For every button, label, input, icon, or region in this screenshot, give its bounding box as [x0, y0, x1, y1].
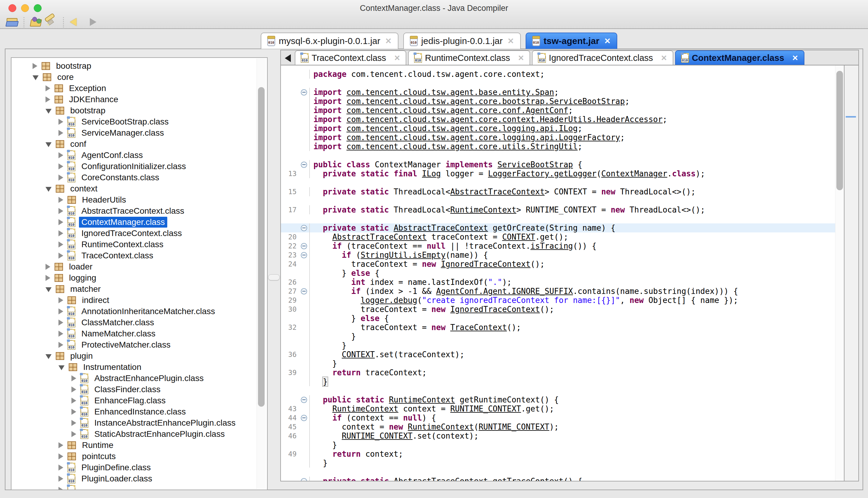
tree-item-logging[interactable]: logging [12, 272, 256, 283]
close-tab-icon[interactable]: ✕ [661, 54, 667, 62]
tree-item-ServiceManager.class[interactable]: 010ServiceManager.class [12, 127, 256, 139]
collapse-arrow-icon[interactable] [58, 208, 63, 214]
tree-item-bootstrap[interactable]: bootstrap [12, 105, 256, 116]
collapse-arrow-icon[interactable] [58, 174, 63, 181]
collapse-arrow-icon[interactable] [71, 420, 76, 426]
collapse-arrow-icon[interactable] [58, 319, 63, 326]
collapse-arrow-icon[interactable] [58, 309, 63, 314]
code-link[interactable]: LoggerFactory.getLogger [488, 169, 597, 178]
code-link[interactable]: RuntimeContext [389, 395, 455, 404]
code-link[interactable]: ContextManager [601, 169, 667, 178]
code-link[interactable]: AgentConf.Agent.IGNORE_SUFFIX [436, 287, 573, 296]
collapse-arrow-icon[interactable] [71, 398, 76, 404]
expand-arrow-icon[interactable] [32, 75, 39, 80]
code-link[interactable]: IgnoredTraceContext [441, 260, 531, 268]
close-tab-icon[interactable]: ✕ [604, 37, 611, 46]
code-link[interactable]: RUNTIME_CONTEXT [479, 422, 549, 431]
code-link[interactable]: CONTEXT [342, 350, 375, 359]
collapse-arrow-icon[interactable] [71, 431, 76, 437]
tree-item-InstanceAbstractEnhancePlugin.class[interactable]: 010InstanceAbstractEnhancePlugin.class [12, 417, 256, 428]
tree-item-ConfigurationInitializer.class[interactable]: 010ConfigurationInitializer.class [12, 161, 256, 172]
open-file-icon[interactable] [6, 17, 18, 28]
tree-item-NameMatcher.class[interactable]: 010NameMatcher.class [12, 328, 256, 339]
code-link[interactable]: ILog [422, 169, 441, 178]
code-link[interactable]: StringUtil.isEmpty [361, 250, 446, 260]
fold-collapse-icon[interactable] [301, 397, 307, 403]
code-scrollbar[interactable] [835, 65, 844, 481]
fold-collapse-icon[interactable] [301, 252, 307, 258]
tree-item-AgentConf.class[interactable]: 010AgentConf.class [12, 149, 256, 161]
close-tab-icon[interactable]: ✕ [394, 54, 400, 62]
fold-collapse-icon[interactable] [301, 415, 307, 421]
code-link[interactable]: com.tencent.cloud.tsw.agent.core.conf.Ag… [347, 106, 569, 115]
collapse-arrow-icon[interactable] [71, 375, 76, 381]
tree-item-ClassFinder.class[interactable]: 010ClassFinder.class [12, 384, 256, 395]
tree-item-loader[interactable]: loader [12, 261, 256, 272]
close-tab-icon[interactable]: ✕ [508, 37, 514, 46]
tree-item-core[interactable]: core [12, 71, 256, 82]
code-link[interactable]: AbstractTraceContext [393, 223, 488, 233]
tree-item-EnhanceFlag.class[interactable]: 010EnhanceFlag.class [12, 395, 256, 406]
collapse-arrow-icon[interactable] [71, 386, 76, 393]
code-link[interactable]: TraceContext [450, 323, 507, 332]
tree-item-JDKEnhance[interactable]: JDKEnhance [12, 94, 256, 105]
code-link[interactable]: com.tencent.cloud.tsw.agent.core.logging… [347, 124, 578, 133]
collapse-arrow-icon[interactable] [58, 230, 63, 236]
expand-arrow-icon[interactable] [45, 142, 52, 147]
code-link[interactable]: IgnoredTraceContext [450, 305, 540, 314]
jar-tab-tsw-agent.jar[interactable]: 010tsw-agent.jar✕ [526, 32, 617, 49]
tree-item-HeaderUtils[interactable]: HeaderUtils [12, 194, 256, 205]
tree-item-ClassMatcher.class[interactable]: 010ClassMatcher.class [12, 317, 256, 328]
tree-item-Instrumentation[interactable]: Instrumentation [12, 362, 256, 372]
close-tab-icon[interactable]: ✕ [518, 54, 524, 62]
tree-item-PluginDefine.class[interactable]: 010PluginDefine.class [12, 462, 256, 473]
code-link[interactable]: ServiceBootStrap [498, 160, 573, 169]
tree-item-conf[interactable]: conf [12, 139, 256, 149]
panel-splitter-handle[interactable] [268, 274, 280, 280]
search-icon[interactable] [45, 17, 57, 28]
code-link[interactable]: RUNTIME_CONTEXT [342, 431, 413, 441]
close-tab-icon[interactable]: ✕ [385, 37, 392, 46]
code-link[interactable]: isTracing [531, 241, 573, 250]
collapse-arrow-icon[interactable] [58, 464, 63, 471]
fold-collapse-icon[interactable] [301, 288, 307, 294]
tree-item-StaticAbstractEnhancePlugin.class[interactable]: 010StaticAbstractEnhancePlugin.class [12, 428, 256, 440]
fold-collapse-icon[interactable] [301, 225, 307, 231]
tree-item-Runtime[interactable]: Runtime [12, 440, 256, 451]
collapse-arrow-icon[interactable] [58, 454, 63, 459]
collapse-arrow-icon[interactable] [58, 487, 63, 490]
collapse-arrow-icon[interactable] [58, 197, 63, 203]
tree-item-RuntimeContext.class[interactable]: 010RuntimeContext.class [12, 239, 256, 250]
tree-item-ServiceBootStrap.class[interactable]: 010ServiceBootStrap.class [12, 116, 256, 127]
tree-item-CoreConstants.class[interactable]: 010CoreConstants.class [12, 172, 256, 183]
code-link[interactable]: RuntimeContext [408, 422, 474, 431]
tree-item-matcher[interactable]: matcher [12, 283, 256, 294]
collapse-arrow-icon[interactable] [45, 275, 50, 281]
tree-item-ContextManager.class[interactable]: 010ContextManager.class [12, 217, 256, 227]
expand-arrow-icon[interactable] [45, 354, 52, 359]
tree-item-plugin[interactable]: plugin [12, 350, 256, 362]
collapse-arrow-icon[interactable] [58, 476, 63, 482]
tree-item-ProtectiveMatcher.class[interactable]: 010ProtectiveMatcher.class [12, 339, 256, 350]
tree-item-AnnotationInheritanceMatcher.class[interactable]: 010AnnotationInheritanceMatcher.class [12, 306, 256, 317]
expand-arrow-icon[interactable] [45, 287, 52, 292]
class-tab-ContextManager.class[interactable]: 010ContextManager.class✕ [675, 50, 804, 65]
code-link[interactable]: com.tencent.cloud.tsw.agent.core.logging… [347, 133, 620, 142]
back-icon[interactable] [69, 17, 81, 28]
tree-item-PluginLoader.class[interactable]: 010PluginLoader.class [12, 473, 256, 484]
collapse-arrow-icon[interactable] [58, 130, 63, 136]
class-tab-IgnoredTraceContext.class[interactable]: 010IgnoredTraceContext.class✕ [532, 50, 673, 65]
code-link[interactable]: com.tencent.cloud.tsw.agent.core.bootstr… [347, 97, 625, 106]
code-link[interactable]: RUNTIME_CONTEXT [450, 404, 521, 413]
code-link[interactable]: com.tencent.cloud.tsw.agent.core.utils.S… [347, 142, 578, 151]
code-link[interactable]: com.tencent.cloud.tsw.agent.base.entity.… [347, 88, 554, 97]
tree-item-pointcuts[interactable]: pointcuts [12, 451, 256, 462]
collapse-arrow-icon[interactable] [58, 297, 63, 303]
fold-collapse-icon[interactable] [301, 478, 307, 481]
collapse-arrow-icon[interactable] [58, 219, 63, 225]
code-link[interactable]: logger.debug [361, 296, 417, 305]
expand-arrow-icon[interactable] [58, 365, 65, 370]
collapse-arrow-icon[interactable] [45, 264, 50, 270]
close-tab-icon[interactable]: ✕ [792, 54, 798, 62]
fold-collapse-icon[interactable] [301, 243, 307, 249]
